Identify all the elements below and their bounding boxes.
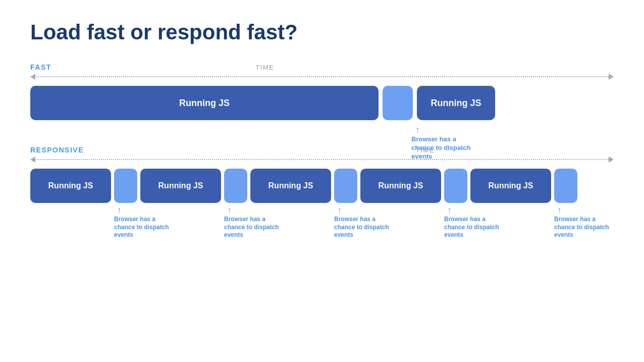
fast-block-gap xyxy=(383,86,413,120)
responsive-label: RESPONSIVE xyxy=(30,146,84,154)
responsive-dotted-line xyxy=(36,159,609,160)
resp-ann-text-3: Browser has a chance to dispatch events xyxy=(334,216,395,239)
responsive-section: RESPONSIVE TIME xyxy=(30,145,614,239)
resp-ann-text-5: Browser has a chance to dispatch events xyxy=(554,216,615,239)
resp-ann-arrow-4: ↑ xyxy=(447,205,452,216)
resp-ann-text-4: Browser has a chance to dispatch events xyxy=(444,216,505,239)
resp-ann-arrow-1: ↑ xyxy=(117,205,122,216)
resp-ann-5: ↑ Browser has a chance to dispatch event… xyxy=(554,205,577,239)
resp-gap-1 xyxy=(114,169,137,203)
resp-block-5: Running JS xyxy=(470,169,551,203)
resp-ann-2: ↑ Browser has a chance to dispatch event… xyxy=(224,205,247,239)
resp-gap-4 xyxy=(444,169,467,203)
fast-arrow-head xyxy=(609,74,614,80)
resp-block-3: Running JS xyxy=(250,169,331,203)
responsive-blocks-row: Running JS Running JS Running JS Running… xyxy=(30,169,614,203)
fast-block-2: Running JS xyxy=(417,86,495,120)
resp-gap-2 xyxy=(224,169,247,203)
fast-annotation-arrow: ↑ xyxy=(415,125,420,134)
resp-ann-4: ↑ Browser has a chance to dispatch event… xyxy=(444,205,467,239)
resp-gap-5 xyxy=(554,169,577,203)
resp-ann-1: ↑ Browser has a chance to dispatch event… xyxy=(114,205,137,239)
resp-ann-text-2: Browser has a chance to dispatch events xyxy=(224,216,285,239)
fast-block-1: Running JS xyxy=(30,86,379,120)
fast-dotted-line xyxy=(36,76,609,77)
fast-arrow-left xyxy=(30,74,35,80)
resp-ann-arrow-5: ↑ xyxy=(557,205,562,216)
resp-block-2: Running JS xyxy=(140,169,221,203)
responsive-arrow-left xyxy=(30,157,35,163)
fast-annotation: ↑ Browser has a chance to dispatch event… xyxy=(411,125,477,161)
resp-block-4: Running JS xyxy=(360,169,441,203)
fast-blocks-row: Running JS Running JS xyxy=(30,86,614,120)
resp-ann-3: ↑ Browser has a chance to dispatch event… xyxy=(334,205,357,239)
fast-timeline-arrow xyxy=(30,74,614,80)
responsive-arrow-head xyxy=(609,157,614,163)
resp-ann-arrow-3: ↑ xyxy=(337,205,342,216)
resp-ann-text-1: Browser has a chance to dispatch events xyxy=(114,216,175,239)
responsive-annotations: ↑ Browser has a chance to dispatch event… xyxy=(30,205,614,239)
resp-gap-3 xyxy=(334,169,357,203)
fast-label: FAST xyxy=(30,63,51,71)
resp-block-1: Running JS xyxy=(30,169,111,203)
resp-ann-arrow-2: ↑ xyxy=(227,205,232,216)
fast-time-label: TIME xyxy=(255,64,274,71)
fast-section: FAST TIME Running JS Running JS xyxy=(30,63,614,120)
page-title: Load fast or respond fast? xyxy=(30,20,614,44)
responsive-timeline-arrow xyxy=(30,157,614,163)
